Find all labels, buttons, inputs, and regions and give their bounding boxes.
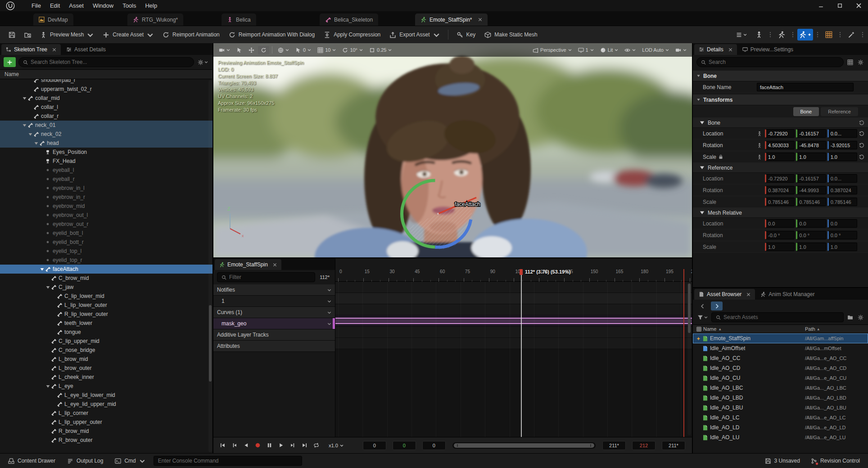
details-search-input[interactable] — [709, 59, 839, 65]
reset-button[interactable] — [857, 154, 866, 160]
cmd-dropdown[interactable]: Cmd — [111, 456, 149, 466]
tab-asset-details[interactable]: Asset Details — [62, 44, 110, 55]
skeleton-bone-collar_l[interactable]: collar_l — [0, 103, 212, 112]
column-header-path[interactable]: Path — [805, 326, 815, 332]
skeleton-bone-eyeball_l[interactable]: eyeball_l — [0, 166, 212, 175]
unsaved-assets-button[interactable]: 3 Unsaved — [761, 456, 804, 466]
timeline-track-notifies[interactable]: Notifies — [213, 284, 335, 296]
menu-tools[interactable]: Tools — [118, 1, 140, 10]
skeleton-bone-collar_mid[interactable]: collar_mid — [0, 94, 212, 103]
skeleton-bone-L_brow_outer[interactable]: L_brow_outer — [0, 364, 212, 373]
rotation-snap-button[interactable]: 10° — [339, 46, 366, 54]
skeleton-bone-C_brow_mid[interactable]: C_brow_mid — [0, 274, 212, 283]
subsection-bone[interactable]: Bone — [693, 118, 868, 128]
viewport-options-button[interactable] — [216, 46, 233, 54]
skeleton-bone-C_lip_lower_mid[interactable]: C_lip_lower_mid — [0, 292, 212, 301]
location-z-field[interactable]: 0.0... — [827, 129, 857, 138]
skeleton-bone-collar_r[interactable]: collar_r — [0, 112, 212, 121]
editor-tab-devmap[interactable]: DevMap — [33, 14, 73, 26]
add-bone-button[interactable] — [4, 57, 16, 67]
view-options-icon[interactable] — [696, 327, 701, 332]
skeleton-bone-R_lip_lower_outer[interactable]: R_lip_lower_outer — [0, 310, 212, 319]
close-tab-icon[interactable] — [273, 263, 277, 267]
subsection-mesh-relative[interactable]: Mesh Relative — [693, 208, 868, 218]
asset-search-box[interactable] — [711, 312, 844, 322]
skeleton-bone-teeth_lower[interactable]: teeth_lower — [0, 319, 212, 328]
editor-tab-belica-skeleton[interactable]: Belica_Skeleton — [320, 14, 378, 26]
view-mode-dropdown[interactable]: Lit — [597, 46, 621, 54]
location-y-field[interactable]: -0.16157 — [796, 129, 826, 138]
skeleton-bone-L_eye_lid_lower_mid[interactable]: L_eye_lid_lower_mid — [0, 391, 212, 400]
timeline-track-1[interactable]: 1 — [213, 296, 335, 307]
export-asset-button[interactable]: Export Asset — [385, 29, 443, 41]
timeline-filter-box[interactable] — [217, 272, 315, 282]
timeline-track-area[interactable]: 0153045607590105120135150165180195210 11… — [335, 258, 692, 437]
scale-z-field[interactable]: 1.0 — [827, 153, 857, 161]
playback-speed-dropdown[interactable]: x1.0 — [325, 443, 347, 448]
skeleton-search-box[interactable] — [18, 57, 194, 67]
reimport-animation-with-dialog-button[interactable]: Reimport Animation With Dialog — [225, 29, 319, 41]
skeleton-bone-eyelid_top_l[interactable]: eyelid_top_l — [0, 247, 212, 256]
output-log-button[interactable]: Output Log — [63, 456, 107, 466]
character-button[interactable] — [752, 29, 766, 40]
skeleton-bone-eyelid_top_r[interactable]: eyelid_top_r — [0, 256, 212, 265]
skeleton-bone-eyebrow_mid[interactable]: eyebrow_mid — [0, 202, 212, 211]
tree-scrollbar[interactable] — [208, 80, 212, 452]
range-start-box-2[interactable]: 0 — [422, 441, 446, 450]
asset-row-idle_ao_lbu[interactable]: Idle_AO_LBU/All/Ga..._AO_LBU — [693, 403, 868, 413]
create-asset-button[interactable]: Create Asset — [99, 29, 158, 41]
skeleton-bone-neck_02[interactable]: neck_02 — [0, 130, 212, 139]
asset-row-idle_aimoffset[interactable]: Idle_AimOffset/All/Ga...mOffset — [693, 343, 868, 353]
details-display-button[interactable] — [846, 58, 854, 66]
skeleton-bone-L_eye[interactable]: L_eye — [0, 382, 212, 391]
reset-button[interactable] — [857, 131, 866, 136]
skeleton-mode-button[interactable] — [775, 29, 788, 40]
range-end-box-1[interactable]: 212 — [632, 441, 656, 450]
mode-button-reference[interactable]: Reference — [821, 107, 858, 116]
skeleton-bone-neck_01[interactable]: neck_01 — [0, 121, 212, 130]
skeleton-bone-R_brow_mid[interactable]: R_brow_mid — [0, 427, 212, 436]
section-transforms[interactable]: Transforms — [693, 94, 868, 105]
range-end-box-2[interactable]: 211* — [662, 441, 685, 450]
asset-row-idle_ao_cd[interactable]: Idle_AO_CD/All/Ga...e_AO_CD — [693, 363, 868, 373]
timeline-filter-input[interactable] — [229, 274, 311, 280]
coordinate-space-button[interactable] — [275, 46, 292, 54]
asset-row-idle_ao_lu[interactable]: Idle_AO_LU/All/Ga...e_AO_LU — [693, 432, 868, 442]
skeleton-bone-eyebrow_in_l[interactable]: eyebrow_in_l — [0, 184, 212, 193]
timeline-scrollbar[interactable] — [687, 283, 691, 435]
skeleton-bone-shoulderpad_r[interactable]: shoulderpad_r — [0, 79, 212, 85]
details-search-box[interactable] — [696, 57, 844, 67]
skeleton-bone-eyeball_r[interactable]: eyeball_r — [0, 175, 212, 184]
menu-edit[interactable]: Edit — [45, 1, 64, 10]
asset-row-idle_ao_cc[interactable]: Idle_AO_CC/All/Ga...e_AO_CC — [693, 353, 868, 363]
play-button[interactable] — [276, 440, 286, 451]
mode-button-bone[interactable]: Bone — [793, 107, 819, 116]
skeleton-bone-L_lip_upper_outer[interactable]: L_lip_upper_outer — [0, 418, 212, 427]
reimport-animation-button[interactable]: Reimport Animation — [158, 29, 224, 41]
save-button[interactable] — [5, 29, 19, 41]
screenshot-button[interactable] — [673, 46, 689, 54]
skeleton-bone-eyebrow_out_r[interactable]: eyebrow_out_r — [0, 220, 212, 229]
timeline-track-mask-geo[interactable]: mask_geo — [213, 318, 335, 329]
rotation-z-field[interactable]: -3.92015 — [827, 141, 857, 149]
name-column-header[interactable]: Name — [0, 69, 212, 79]
minimize-button[interactable] — [811, 0, 830, 11]
timeline-track-curves-1-[interactable]: Curves (1) — [213, 307, 335, 318]
tab-preview-scene-settings[interactable]: Preview...Settings — [738, 44, 798, 55]
move-tool-button[interactable] — [246, 46, 257, 54]
editor-tab-belica[interactable]: Belica — [222, 14, 256, 26]
range-slider[interactable] — [452, 442, 596, 449]
retarget-button[interactable] — [797, 29, 813, 40]
skeleton-bone-head[interactable]: head — [0, 139, 212, 148]
skeleton-bone-L_brow_mid[interactable]: L_brow_mid — [0, 355, 212, 364]
skeleton-bone-eyelid_bott_r[interactable]: eyelid_bott_r — [0, 238, 212, 247]
skeleton-bone-upperarm_twist_02_r[interactable]: upperarm_twist_02_r — [0, 85, 212, 94]
section-bone[interactable]: Bone — [693, 71, 868, 81]
skeleton-bone-L_cheek_inner[interactable]: L_cheek_inner — [0, 373, 212, 382]
skeleton-bone-C_lip_upper_mid[interactable]: C_lip_upper_mid — [0, 337, 212, 346]
tab-asset-browser[interactable]: Asset Browser — [694, 289, 755, 300]
tab-anim-slot-manager[interactable]: Anim Slot Manager — [756, 289, 819, 300]
timeline-track-attributes[interactable]: Attributes — [213, 341, 335, 352]
loop-button[interactable] — [311, 440, 321, 451]
unreal-logo[interactable] — [0, 1, 21, 10]
